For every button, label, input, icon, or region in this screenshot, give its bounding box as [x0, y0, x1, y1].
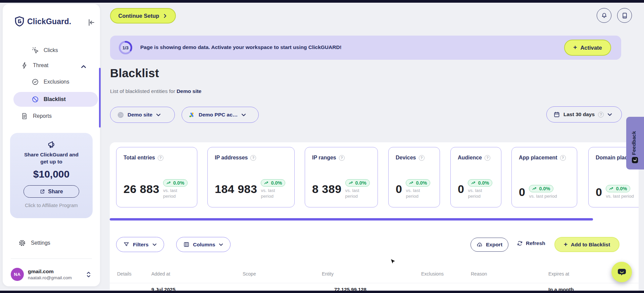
help-icon[interactable]: ?: [339, 155, 345, 161]
stat-vs-label: vs. last period: [529, 193, 557, 199]
stat-delta-badge: 0.0%: [163, 179, 188, 187]
trending-up-icon: [532, 187, 537, 191]
site-selector[interactable]: Demo site: [110, 107, 175, 123]
plus-icon: +: [564, 241, 567, 248]
sidebar-item-blacklist[interactable]: Blacklist: [13, 92, 98, 107]
column-header-scope[interactable]: Scope: [243, 271, 256, 277]
add-to-blacklist-button[interactable]: + Add to Blacklist: [554, 237, 620, 252]
sidebar-item-threat[interactable]: Threat: [21, 62, 48, 69]
feedback-label: Feedback: [631, 121, 637, 155]
columns-label: Columns: [193, 242, 215, 248]
plus-icon: +: [573, 44, 577, 51]
columns-icon: [183, 241, 190, 248]
clickguard-shield-icon: [15, 16, 24, 27]
column-header-expires-at[interactable]: Expires at: [548, 271, 569, 277]
promo-text-line1: Share ClickGuard and: [10, 151, 93, 158]
promo-text-line2: get up to: [10, 158, 93, 165]
sidebar: ClickGuard. Clicks Threat Exclusions: [3, 4, 100, 286]
help-icon[interactable]: ?: [250, 155, 256, 161]
help-icon: ?: [598, 112, 604, 117]
column-header-added-at[interactable]: Added at: [151, 271, 170, 277]
stat-vs-label: vs. last period: [406, 188, 427, 199]
stat-value: 0: [596, 186, 602, 199]
promo-amount: $10,000: [10, 168, 93, 180]
stat-card-ip-ranges: IP ranges? 8 389 0.0% vs. last period: [305, 147, 378, 207]
help-icon[interactable]: ?: [158, 155, 163, 161]
funnel-icon: [123, 241, 130, 248]
share-button[interactable]: Share: [23, 185, 79, 198]
ppc-account-selector[interactable]: Demo PPC ac…: [182, 107, 259, 123]
column-header-details[interactable]: Details: [117, 271, 132, 277]
google-ads-icon: [189, 111, 195, 118]
chevron-updown-icon: [86, 271, 91, 278]
calendar-icon: [553, 111, 560, 118]
export-button[interactable]: Export: [470, 238, 508, 252]
stat-label: Audience: [458, 155, 482, 161]
stat-delta-badge: 0.0%: [606, 185, 630, 192]
activate-label: Activate: [580, 45, 602, 51]
stat-delta-badge: 0.0%: [345, 179, 370, 187]
cursor-click-icon: [32, 47, 39, 54]
add-to-blacklist-label: Add to Blacklist: [571, 242, 610, 248]
window-bottom-edge: [0, 291, 644, 293]
help-icon[interactable]: ?: [419, 155, 425, 161]
stat-value: 0: [458, 183, 464, 196]
external-link-icon: [40, 189, 45, 194]
sidebar-scrollbar[interactable]: [99, 68, 101, 128]
cloud-download-icon: [477, 242, 483, 248]
stats-horizontal-scrollbar[interactable]: [110, 218, 593, 221]
sidebar-item-label: Exclusions: [44, 79, 69, 85]
table-header-divider: [110, 283, 639, 283]
date-range-value: Last 30 days: [563, 111, 595, 117]
resources-button[interactable]: [617, 8, 632, 23]
sidebar-item-exclusions[interactable]: Exclusions: [32, 78, 69, 86]
continue-setup-button[interactable]: Continue Setup: [110, 8, 176, 23]
stat-vs-label: vs. last period: [261, 188, 282, 199]
stat-vs-label: vs. last period: [606, 193, 634, 199]
sidebar-item-label: Threat: [33, 62, 48, 68]
chevron-down-icon: [152, 242, 157, 247]
refresh-button[interactable]: Refresh: [517, 240, 545, 246]
account-name: gmail.com: [28, 268, 72, 275]
stat-delta-badge: 0.0%: [468, 179, 492, 187]
ban-icon: [32, 96, 39, 103]
chevron-down-icon: [156, 112, 161, 117]
stat-vs-label: vs. last period: [468, 188, 489, 199]
sidebar-item-clicks[interactable]: Clicks: [32, 47, 58, 54]
chevron-up-icon[interactable]: [81, 64, 87, 70]
logo[interactable]: ClickGuard.: [15, 16, 71, 27]
feedback-tab[interactable]: Feedback: [626, 117, 644, 169]
refresh-icon: [517, 240, 523, 246]
chevron-right-icon: [162, 13, 167, 18]
chevron-down-icon: [607, 112, 612, 117]
help-icon[interactable]: ?: [560, 155, 566, 161]
sidebar-collapse-icon[interactable]: [87, 18, 95, 27]
sidebar-item-settings[interactable]: Settings: [18, 239, 50, 247]
column-header-reason[interactable]: Reason: [471, 271, 487, 277]
demo-data-banner: 1/3 Page is showing demo data. Activate …: [110, 36, 621, 60]
filters-button[interactable]: Filters: [116, 237, 164, 252]
sidebar-item-reports[interactable]: Reports: [21, 112, 52, 120]
document-icon: [21, 112, 28, 120]
badge-check-icon: [32, 78, 39, 86]
columns-button[interactable]: Columns: [176, 237, 231, 252]
setup-progress-label: 1/3: [118, 40, 133, 55]
stat-value: 184 983: [215, 183, 257, 196]
page-subtitle-prefix: List of blacklisted entities for: [110, 88, 177, 94]
page-subtitle-site: Demo site: [177, 88, 201, 94]
feedback-smiley-icon: [631, 156, 639, 164]
trending-up-icon: [609, 187, 614, 191]
column-header-exclusions[interactable]: Exclusions: [421, 271, 444, 277]
date-range-selector[interactable]: Last 30 days ?: [546, 106, 622, 123]
affiliate-link[interactable]: Click to Affiliate Program: [10, 203, 93, 208]
column-header-entity[interactable]: Entity: [322, 271, 334, 277]
stat-value: 0: [396, 183, 402, 196]
chat-launcher-button[interactable]: [611, 262, 632, 282]
account-switcher[interactable]: NA gmail.com naatali.ro@gmail.com: [11, 268, 93, 281]
help-icon[interactable]: ?: [485, 155, 490, 161]
stat-label: IP addresses: [215, 155, 248, 161]
notifications-button[interactable]: [597, 8, 611, 23]
app-window: ClickGuard. Clicks Threat Exclusions: [0, 0, 644, 293]
activate-button[interactable]: + Activate: [564, 40, 611, 56]
sidebar-divider: [11, 258, 92, 259]
